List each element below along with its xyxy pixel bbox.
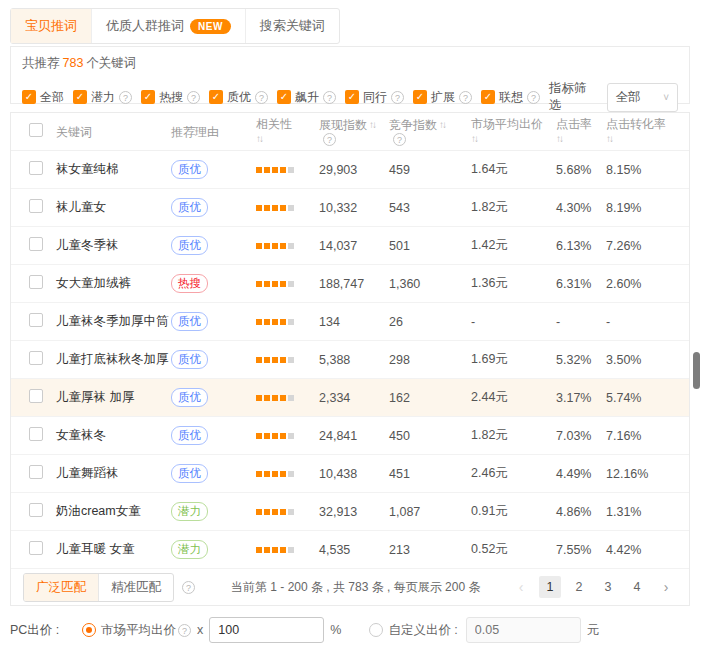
sort-icon[interactable]: ↑↓ [439, 118, 447, 132]
checkbox-checked-icon[interactable]: ✓ [141, 90, 155, 104]
row-checkbox[interactable] [29, 465, 43, 479]
next-page-button[interactable]: › [655, 576, 677, 598]
market-bid-label: 市场平均出价 [101, 622, 176, 639]
recommend-reason-cell: 质优 [171, 464, 256, 483]
relevance-square [280, 395, 286, 401]
help-icon[interactable]: ? [391, 91, 404, 104]
keyword-cell: 女大童加绒裤 [56, 275, 171, 292]
row-checkbox-cell [11, 389, 56, 406]
row-checkbox[interactable] [29, 389, 43, 403]
column-label: 展现指数↑↓ [319, 118, 389, 132]
filter-checkbox-item-1[interactable]: ✓全部 [22, 89, 64, 106]
ctr-cell: 5.68% [556, 163, 606, 177]
match-option-1[interactable]: 广泛匹配 [24, 574, 99, 601]
page-button-2[interactable]: 2 [568, 576, 590, 598]
sort-icon[interactable]: ↑↓ [606, 132, 614, 146]
relevance-square [288, 205, 294, 211]
table-row-4: 女大童加绒裤热搜188,7471,3601.36元6.31%2.60% [11, 265, 689, 303]
filter-checkbox-item-2[interactable]: ✓潜力? [73, 89, 132, 106]
row-checkbox[interactable] [29, 313, 43, 327]
sort-icon[interactable]: ↑↓ [369, 118, 377, 132]
summary-suffix: 个关键词 [86, 56, 136, 70]
match-type-help-icon[interactable]: ? [182, 581, 195, 594]
checkbox-checked-icon[interactable]: ✓ [345, 90, 359, 104]
row-checkbox[interactable] [29, 541, 43, 555]
checkbox-checked-icon[interactable]: ✓ [73, 90, 87, 104]
help-icon[interactable]: ? [119, 91, 132, 104]
row-checkbox[interactable] [29, 275, 43, 289]
help-icon[interactable]: ? [323, 91, 336, 104]
row-checkbox[interactable] [29, 199, 43, 213]
sort-icon[interactable]: ↑↓ [556, 132, 564, 146]
relevance-square [280, 509, 286, 515]
filter-checkbox-label: 联想 [499, 89, 523, 106]
keyword-cell: 儿童厚袜 加厚 [56, 389, 171, 406]
tab-2[interactable]: 优质人群推词NEW [92, 9, 246, 43]
currency-unit: 元 [587, 622, 600, 639]
tab-3[interactable]: 搜索关键词 [246, 9, 339, 43]
column-label: 竞争指数↑↓ [389, 118, 471, 132]
row-checkbox-cell [11, 503, 56, 520]
avg-bid-cell: 2.44元 [471, 389, 556, 406]
cvr-cell: 1.31% [606, 505, 689, 519]
match-option-2[interactable]: 精准匹配 [99, 574, 173, 601]
row-checkbox[interactable] [29, 237, 43, 251]
reason-tag: 质优 [171, 312, 208, 331]
filter-checkbox-item-6[interactable]: ✓同行? [345, 89, 404, 106]
table-row-10: 奶油cream女童潜力32,9131,0870.91元4.86%1.31% [11, 493, 689, 531]
relevance-square [288, 281, 294, 287]
checkbox-checked-icon[interactable]: ✓ [22, 90, 36, 104]
table-header: 关键词推荐理由相关性↑↓展现指数↑↓?竞争指数↑↓?市场平均出价↑↓点击率↑↓点… [11, 113, 689, 151]
relevance-square [272, 243, 278, 249]
scrollbar-thumb[interactable] [693, 352, 700, 389]
market-bid-help-icon[interactable]: ? [178, 624, 191, 637]
help-icon[interactable]: ? [459, 91, 472, 104]
filter-checkbox-item-4[interactable]: ✓质优? [209, 89, 268, 106]
sort-icon[interactable]: ↑↓ [471, 132, 479, 146]
row-checkbox-cell [11, 275, 56, 292]
table-row-6: 儿童打底袜秋冬加厚质优5,3882981.69元5.32%3.50% [11, 341, 689, 379]
row-checkbox-cell [11, 541, 56, 558]
prev-page-button[interactable]: ‹ [510, 576, 532, 598]
page-button-1[interactable]: 1 [539, 576, 561, 598]
competition-index-cell: 1,087 [389, 505, 471, 519]
help-icon[interactable]: ? [255, 91, 268, 104]
filter-checkbox-item-3[interactable]: ✓热搜? [141, 89, 200, 106]
row-checkbox[interactable] [29, 503, 43, 517]
page-button-4[interactable]: 4 [626, 576, 648, 598]
reason-tag: 质优 [171, 388, 208, 407]
custom-bid-radio[interactable] [369, 623, 383, 637]
row-checkbox[interactable] [29, 427, 43, 441]
metric-filter-label: 指标筛选 [549, 80, 599, 114]
checkbox-checked-icon[interactable]: ✓ [209, 90, 223, 104]
column-header-3: 相关性↑↓ [256, 117, 319, 146]
custom-bid-input[interactable] [466, 617, 581, 643]
tab-1[interactable]: 宝贝推词 [11, 9, 92, 43]
help-icon[interactable]: ? [187, 91, 200, 104]
checkbox-checked-icon[interactable]: ✓ [413, 90, 427, 104]
checkbox-checked-icon[interactable]: ✓ [481, 90, 495, 104]
checkbox-checked-icon[interactable]: ✓ [277, 90, 291, 104]
sort-icon[interactable]: ↑↓ [256, 132, 264, 146]
competition-index-cell: 298 [389, 353, 471, 367]
relevance-square [288, 509, 294, 515]
bid-multiplier-input[interactable] [209, 617, 324, 643]
keyword-table: 关键词推荐理由相关性↑↓展现指数↑↓?竞争指数↑↓?市场平均出价↑↓点击率↑↓点… [10, 112, 690, 606]
filter-checkbox-item-8[interactable]: ✓联想? [481, 89, 540, 106]
help-icon[interactable]: ? [393, 133, 406, 146]
filter-checkbox-item-7[interactable]: ✓扩展? [413, 89, 472, 106]
help-icon[interactable]: ? [323, 133, 336, 146]
competition-index-cell: 26 [389, 315, 471, 329]
help-icon[interactable]: ? [527, 91, 540, 104]
row-checkbox[interactable] [29, 351, 43, 365]
cvr-cell: 7.26% [606, 239, 689, 253]
metric-filter-select[interactable]: 全部 ˅ [607, 83, 678, 112]
select-all-checkbox[interactable] [29, 123, 43, 137]
relevance-indicator [256, 471, 319, 477]
row-checkbox-cell [11, 199, 56, 216]
page-button-3[interactable]: 3 [597, 576, 619, 598]
filter-checkbox-item-5[interactable]: ✓飙升? [277, 89, 336, 106]
row-checkbox[interactable] [29, 161, 43, 175]
market-bid-radio[interactable] [82, 623, 96, 637]
relevance-square [288, 357, 294, 363]
